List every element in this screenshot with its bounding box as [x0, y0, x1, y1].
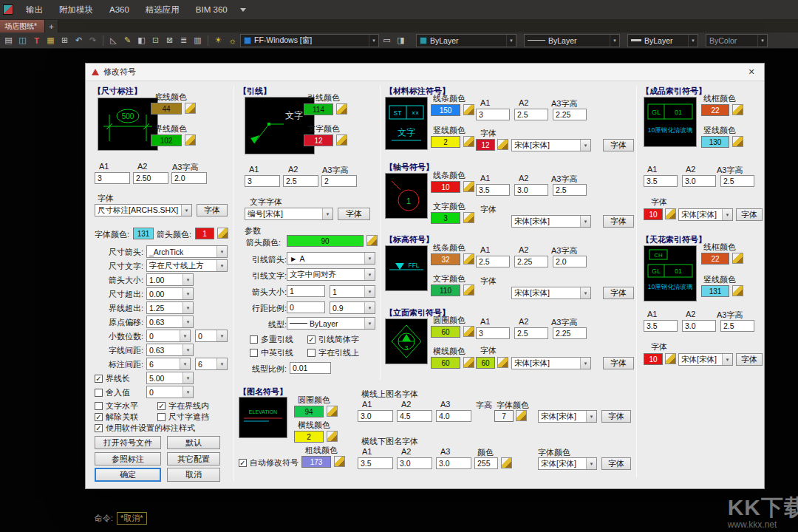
file-tab[interactable]: 场店图纸* — [0, 20, 45, 33]
reference-dim-button[interactable]: 参照标注 — [95, 452, 161, 466]
sun-icon[interactable]: ☀ — [212, 34, 225, 47]
color-picker-icon[interactable] — [336, 103, 347, 115]
command-line[interactable]: 命令: *取消* — [95, 512, 147, 525]
facade-a2-input[interactable]: 2.5 — [514, 327, 548, 339]
chevron-down-icon[interactable] — [180, 330, 190, 341]
color-picker-icon[interactable] — [516, 410, 527, 421]
chevron-down-icon[interactable] — [722, 354, 732, 365]
round-value-combo[interactable]: 0 — [146, 386, 194, 398]
light-icon[interactable]: ☼ — [226, 34, 239, 47]
measure-icon[interactable]: ◺ — [107, 34, 120, 47]
chevron-down-icon[interactable] — [757, 35, 767, 47]
leader-a2-input[interactable]: 2.5 — [283, 175, 318, 187]
ceiling-font-button[interactable]: 字体 — [736, 353, 763, 366]
chevron-down-icon[interactable] — [364, 269, 375, 280]
app-icon[interactable] — [3, 4, 13, 15]
undo-icon[interactable]: ↶ — [72, 34, 85, 47]
chevron-down-icon[interactable] — [216, 260, 227, 271]
dim-font-combo[interactable]: 尺寸标注[ARCHS.SHX] — [95, 204, 192, 216]
axis-text-color-swatch[interactable]: 3 — [431, 212, 460, 224]
menu-a360[interactable]: A360 — [101, 0, 137, 20]
grid-icon[interactable]: ⊞ — [58, 34, 71, 47]
color-picker-icon[interactable] — [732, 104, 743, 115]
color-picker-icon[interactable] — [732, 253, 743, 264]
checkbox[interactable]: ✓ — [95, 413, 103, 421]
product-a3-input[interactable]: 2.5 — [720, 175, 754, 187]
line-spacing-combo[interactable]: 0.9 — [330, 301, 375, 314]
dim-a2-input[interactable]: 2.50 — [133, 172, 168, 184]
panel-icon[interactable]: ◨ — [395, 34, 407, 47]
leader-font-combo[interactable]: 编号[宋体] — [245, 208, 333, 220]
chevron-down-icon[interactable] — [364, 286, 375, 297]
facade-a1-input[interactable]: 3 — [476, 327, 510, 339]
facade-font-combo[interactable]: 宋体[宋体] — [511, 357, 591, 369]
product-vline-color-swatch[interactable]: 130 — [701, 136, 729, 148]
lower-font-combo[interactable]: 宋体[宋体] — [538, 457, 597, 470]
facade-hline-color-swatch[interactable]: 60 — [431, 357, 460, 369]
menu-output[interactable]: 输出 — [18, 0, 51, 20]
color-picker-icon[interactable] — [366, 235, 378, 246]
material-font-color-swatch[interactable]: 12 — [476, 139, 495, 151]
upper-font-button[interactable]: 字体 — [601, 410, 631, 423]
color-combo[interactable]: ByLayer — [416, 34, 516, 47]
color-picker-icon[interactable] — [217, 228, 228, 239]
zoom-window-icon[interactable]: ⊡ — [149, 34, 162, 47]
chevron-down-icon[interactable] — [180, 358, 190, 369]
checkbox[interactable]: ✓ — [95, 375, 103, 383]
ceiling-a1-input[interactable]: 3.5 — [644, 320, 678, 332]
dim-extend-combo[interactable]: 0.00 — [146, 287, 194, 300]
material-vline-color-swatch[interactable]: 2 — [431, 136, 460, 148]
lower-font-button[interactable]: 字体 — [601, 457, 631, 470]
redo-icon[interactable]: ↷ — [86, 34, 99, 47]
leader-text-align-combo[interactable]: 文字中间对齐 — [287, 268, 375, 281]
level-line-color-swatch[interactable]: 32 — [431, 253, 460, 265]
chevron-down-icon[interactable] — [183, 302, 193, 313]
color-picker-icon[interactable] — [185, 103, 196, 114]
close-button[interactable] — [745, 66, 758, 79]
lower-color-input[interactable]: 255 — [474, 457, 498, 469]
chevron-down-icon[interactable] — [722, 209, 732, 220]
chevron-down-icon[interactable] — [183, 386, 193, 398]
frame-icon[interactable]: ▭ — [381, 34, 393, 47]
chevron-down-icon[interactable] — [586, 411, 596, 422]
chevron-down-icon[interactable] — [580, 216, 590, 227]
decimal-places-combo2[interactable]: 0 — [195, 330, 228, 342]
chevron-down-icon[interactable] — [183, 344, 193, 355]
color-picker-icon[interactable] — [732, 285, 743, 296]
product-font-color-swatch[interactable]: 10 — [644, 208, 663, 220]
leader-a1-input[interactable]: 3 — [245, 175, 280, 187]
axis-a3-input[interactable]: 2.5 — [553, 184, 587, 196]
material-a3-input[interactable]: 2.25 — [553, 109, 587, 120]
color-picker-icon[interactable] — [463, 181, 474, 192]
text-tool-icon[interactable]: T — [30, 34, 43, 47]
chevron-down-icon[interactable] — [586, 458, 596, 469]
zoom-extents-icon[interactable]: ⊠ — [163, 34, 176, 47]
ceiling-a2-input[interactable]: 3.0 — [682, 320, 716, 332]
leader-line-color-swatch[interactable]: 114 — [304, 103, 333, 115]
axis-font-combo[interactable]: 宋体[宋体] — [511, 215, 591, 228]
axis-a1-input[interactable]: 3.5 — [476, 184, 510, 196]
color-picker-icon[interactable] — [497, 139, 508, 150]
lower-a1-input[interactable]: 3.5 — [358, 457, 393, 469]
linetype-combo[interactable]: ByLayer — [524, 34, 620, 47]
ceiling-vline-color-swatch[interactable]: 131 — [701, 285, 729, 297]
ceiling-a3-input[interactable]: 2.5 — [720, 320, 754, 332]
ok-button[interactable]: 确定 — [95, 468, 161, 482]
chevron-down-icon[interactable] — [610, 35, 619, 47]
table-icon[interactable]: ▦ — [44, 34, 57, 47]
material-a2-input[interactable]: 2.5 — [514, 109, 548, 120]
chevron-down-icon[interactable] — [364, 253, 375, 264]
level-a2-input[interactable]: 2.25 — [514, 256, 548, 267]
hline-color-swatch[interactable]: 2 — [294, 431, 324, 443]
leader-arrow-color-swatch[interactable]: 90 — [287, 235, 364, 247]
checkbox[interactable]: ✓ — [157, 402, 166, 410]
bottomline-color-swatch[interactable]: 44 — [151, 103, 182, 115]
menu-overflow-icon[interactable] — [240, 8, 246, 12]
level-text-color-swatch[interactable]: 110 — [431, 284, 460, 296]
material-a1-input[interactable]: 3 — [476, 109, 510, 120]
color-picker-icon[interactable] — [501, 457, 512, 468]
axis-a2-input[interactable]: 3.0 — [514, 184, 548, 196]
facade-font-color-swatch[interactable]: 60 — [476, 357, 495, 369]
checkbox[interactable] — [157, 413, 166, 421]
color-picker-icon[interactable] — [327, 406, 338, 417]
